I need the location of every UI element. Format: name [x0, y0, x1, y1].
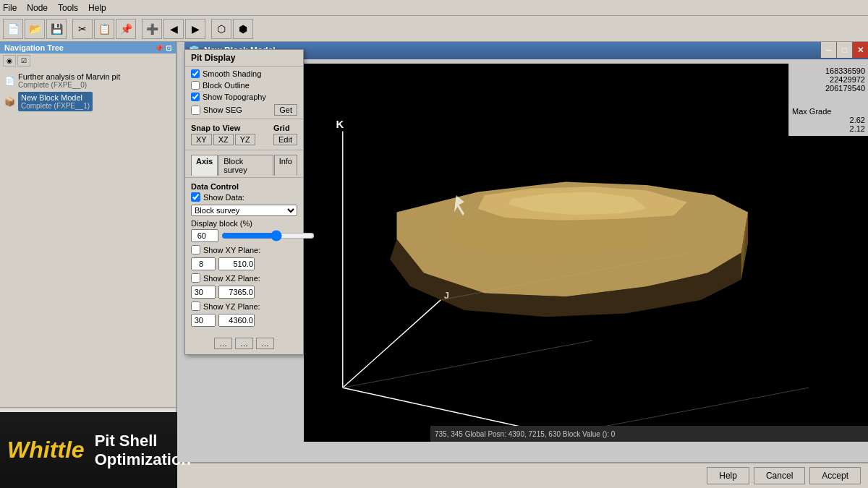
whittle-brand: Whittle	[7, 437, 85, 463]
toolbar-new[interactable]: 📄	[3, 19, 23, 39]
xy-plane-spinner[interactable]	[191, 257, 216, 270]
svg-text:K: K	[336, 118, 344, 130]
toolbar-cut[interactable]: ✂	[72, 19, 93, 39]
pit-shell-text: Pit Shell Optimization	[95, 432, 191, 469]
status-text: 735, 345 Global Posn: 4390, 7215, 630 Bl…	[435, 430, 615, 438]
block-survey-dropdown[interactable]: Block survey	[191, 205, 297, 216]
toolbar: 📄 📂 💾 ✂ 📋 📌 ➕ ◀ ▶ ⬡ ⬢	[0, 16, 868, 42]
show-data-row: Show Data:	[191, 192, 297, 202]
grid-label: Grid	[273, 124, 297, 132]
nav-icon-1[interactable]: ◉	[3, 55, 16, 67]
toolbar-arrow-right[interactable]: ▶	[185, 19, 205, 39]
menu-tools[interactable]: Tools	[58, 3, 78, 13]
nav-tree-controls: 📌 ⊡	[155, 44, 171, 52]
nav-item-marvin[interactable]: 📄 Further analysis of Marvin pit Complet…	[3, 71, 173, 90]
nav-close-icon[interactable]: ⊡	[166, 44, 171, 52]
right-value-2: 22429972	[792, 75, 865, 84]
grid-edit-btn[interactable]: Edit	[273, 134, 297, 145]
content-area: 🧊 New Block Model ─ □ ✕ K J	[177, 42, 868, 462]
panel-btn-3[interactable]: …	[256, 338, 274, 349]
snap-yz-btn[interactable]: YZ	[235, 134, 255, 145]
show-xy-checkbox[interactable]	[191, 245, 200, 254]
cancel-button[interactable]: Cancel	[754, 467, 805, 484]
xy-plane-value[interactable]	[218, 257, 255, 270]
tab-axis[interactable]: Axis	[191, 155, 218, 176]
branding-bar: Whittle Pit Shell Optimization	[0, 412, 177, 488]
show-data-label: Show Data:	[203, 193, 244, 202]
nav-item-blockmodel[interactable]: 📦 New Block Model Complete (FXPE__1)	[3, 90, 173, 113]
status-bar: 735, 345 Global Posn: 4390, 7215, 630 Bl…	[430, 426, 868, 442]
show-seg-row: Show SEG Get	[185, 103, 303, 117]
max-grade-val-2: 2.12	[792, 124, 865, 133]
menu-bar: File Node Tools Help	[0, 0, 868, 16]
svg-line-1	[343, 300, 441, 388]
show-xy-label: Show XY Plane:	[203, 246, 260, 254]
block-outline-row: Block Outline	[185, 80, 303, 91]
right-numbers-panel: 168336590 22429972 206179540 Max Grade 2…	[788, 64, 868, 136]
show-topography-checkbox[interactable]	[191, 93, 200, 101]
xz-plane-controls	[191, 286, 297, 299]
display-block-spinner[interactable]	[191, 229, 218, 242]
data-control-section: Data Control Show Data: Block survey Dis…	[185, 179, 303, 333]
toolbar-copy[interactable]: 📋	[94, 19, 114, 39]
show-topography-row: Show Topography	[185, 91, 303, 103]
nav-pin-icon[interactable]: 📌	[155, 44, 163, 52]
accept-button[interactable]: Accept	[809, 467, 861, 484]
dialog-controls: ─ □ ✕	[820, 42, 868, 58]
nav-tree-header: Navigation Tree 📌 ⊡	[0, 42, 176, 53]
snap-section: Snap to View XY XZ YZ Grid Edit	[185, 121, 303, 148]
panel-bottom-btns: … … …	[185, 333, 303, 354]
toolbar-arrow-left[interactable]: ◀	[163, 19, 184, 39]
nav-icon-row: ◉ ☑	[0, 53, 176, 68]
menu-node[interactable]: Node	[27, 3, 48, 13]
tab-block-survey[interactable]: Block survey	[218, 155, 273, 176]
smooth-shading-label: Smooth Shading	[203, 69, 261, 78]
nav-item-icon-blockmodel: 📦	[4, 97, 15, 107]
toolbar-paste[interactable]: 📌	[116, 19, 136, 39]
show-data-checkbox[interactable]	[191, 192, 200, 202]
menu-file[interactable]: File	[3, 3, 17, 13]
pit-display-title: Pit Display	[185, 50, 303, 64]
pit-display-panel: Pit Display Smooth Shading Block Outline…	[184, 49, 304, 355]
block-outline-checkbox[interactable]	[191, 81, 200, 90]
panel-btn-1[interactable]: …	[214, 338, 232, 349]
toolbar-add[interactable]: ➕	[142, 19, 162, 39]
toolbar-extra2[interactable]: ⬢	[233, 19, 253, 39]
show-yz-checkbox[interactable]	[191, 301, 200, 311]
right-value-3: 206179540	[792, 84, 865, 93]
display-block-label: Display block (%)	[191, 219, 297, 228]
menu-help[interactable]: Help	[88, 3, 106, 13]
max-grade-label: Max Grade	[792, 107, 865, 116]
nav-icon-2[interactable]: ☑	[17, 55, 30, 67]
dialog-close-btn[interactable]: ✕	[852, 42, 868, 58]
toolbar-open[interactable]: 📂	[25, 19, 45, 39]
tabs-row: Axis Block survey Info	[185, 152, 303, 176]
snap-xy-btn[interactable]: XY	[191, 134, 212, 145]
xz-plane-value[interactable]	[218, 286, 255, 299]
toolbar-save[interactable]: 💾	[46, 19, 67, 39]
toolbar-extra1[interactable]: ⬡	[211, 19, 231, 39]
yz-plane-spinner[interactable]	[191, 314, 216, 327]
nav-tree-title: Navigation Tree	[4, 43, 64, 52]
tab-info[interactable]: Info	[274, 155, 297, 176]
yz-plane-value[interactable]	[218, 314, 255, 327]
help-button[interactable]: Help	[707, 467, 749, 484]
display-block-spinner-row	[191, 229, 297, 242]
smooth-shading-row: Smooth Shading	[185, 68, 303, 80]
show-xz-label: Show XZ Plane:	[203, 274, 260, 283]
dialog-maximize-btn[interactable]: □	[836, 42, 852, 58]
smooth-shading-checkbox[interactable]	[191, 69, 200, 78]
max-grade-val-1: 2.62	[792, 116, 865, 124]
xz-plane-spinner[interactable]	[191, 286, 216, 299]
display-block-slider[interactable]	[221, 231, 315, 241]
show-xz-checkbox[interactable]	[191, 273, 200, 283]
snap-xz-btn[interactable]: XZ	[213, 134, 234, 145]
viewport[interactable]: K J	[304, 64, 868, 442]
dialog-minimize-btn[interactable]: ─	[820, 42, 836, 58]
nav-item-label-marvin: Further analysis of Marvin pit	[18, 72, 120, 81]
show-seg-checkbox[interactable]	[191, 106, 200, 115]
nav-item-sub-marvin: Complete (FXPE__0)	[18, 81, 120, 89]
get-button[interactable]: Get	[274, 104, 297, 116]
dropdown-row: Block survey	[191, 205, 297, 216]
panel-btn-2[interactable]: …	[235, 338, 253, 349]
